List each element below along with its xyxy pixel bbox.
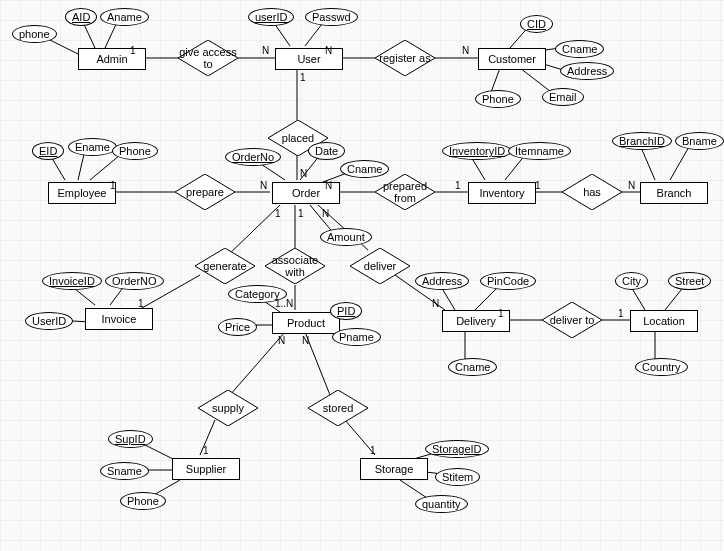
attr-date: Date <box>308 142 345 160</box>
attr-cname-cust: Cname <box>555 40 604 58</box>
card-label: 1 <box>455 180 461 191</box>
attr-cname-order: Cname <box>340 160 389 178</box>
attr-invoiceid: InvoiceID <box>42 272 102 290</box>
card-label: N <box>325 180 332 191</box>
entity-product: Product <box>272 312 340 334</box>
card-label: 1 <box>275 208 281 219</box>
attr-supid: SupID <box>108 430 153 448</box>
entity-employee: Employee <box>48 182 116 204</box>
card-label: 1 <box>370 445 376 456</box>
entity-inventory: Inventory <box>468 182 536 204</box>
attr-price: Price <box>218 318 257 336</box>
attr-storageid: StorageID <box>425 440 489 458</box>
card-label: N <box>260 180 267 191</box>
attr-country: Country <box>635 358 688 376</box>
rel-prepare: prepare <box>175 174 235 210</box>
entity-user: User <box>275 48 343 70</box>
card-label: 1 <box>130 45 136 56</box>
card-label: 1..N <box>275 298 293 309</box>
card-label: 1 <box>298 208 304 219</box>
attr-branchid: BranchID <box>612 132 672 150</box>
attr-pincode: PinCode <box>480 272 536 290</box>
card-label: N <box>322 208 329 219</box>
attr-street: Street <box>668 272 711 290</box>
attr-email: Email <box>542 88 584 106</box>
rel-give-access: give access to <box>178 40 238 76</box>
entity-invoice: Invoice <box>85 308 153 330</box>
card-label: N <box>325 45 332 56</box>
attr-phone-emp: Phone <box>112 142 158 160</box>
entity-supplier: Supplier <box>172 458 240 480</box>
attr-phone-cust: Phone <box>475 90 521 108</box>
attr-userid-inv: UserID <box>25 312 73 330</box>
card-label: N <box>262 45 269 56</box>
attr-address-cust: Address <box>560 62 614 80</box>
rel-deliver: deliver <box>350 248 410 284</box>
attr-city: City <box>615 272 648 290</box>
attr-phone-sup: Phone <box>120 492 166 510</box>
attr-pname: Pname <box>332 328 381 346</box>
attr-itemname: Itemname <box>508 142 571 160</box>
card-label: N <box>300 168 307 179</box>
attr-stitem: Stitem <box>435 468 480 486</box>
er-diagram-canvas: Admin User Customer Employee Order Inven… <box>0 0 724 551</box>
attr-userid: userID <box>248 8 294 26</box>
rel-generate: generate <box>195 248 255 284</box>
card-label: 1 <box>300 72 306 83</box>
entity-customer: Customer <box>478 48 546 70</box>
attr-sname: Sname <box>100 462 149 480</box>
attr-amount: Amount <box>320 228 372 246</box>
attr-ename: Ename <box>68 138 117 156</box>
card-label: 1 <box>138 298 144 309</box>
entity-location: Location <box>630 310 698 332</box>
attr-quantity: quantity <box>415 495 468 513</box>
rel-deliver-to: deliver to <box>542 302 602 338</box>
card-label: N <box>278 335 285 346</box>
attr-phone-admin: phone <box>12 25 57 43</box>
rel-has: has <box>562 174 622 210</box>
rel-associate: associate with <box>265 248 325 284</box>
attr-address-del: Address <box>415 272 469 290</box>
card-label: 1 <box>203 445 209 456</box>
card-label: 1 <box>535 180 541 191</box>
attr-aname: Aname <box>100 8 149 26</box>
attr-bname: Bname <box>675 132 724 150</box>
attr-passwd: Passwd <box>305 8 358 26</box>
card-label: 1 <box>618 308 624 319</box>
card-label: N <box>302 335 309 346</box>
attr-cid: CID <box>520 15 553 33</box>
rel-prepared-from: prepared from <box>375 174 435 210</box>
rel-stored: stored <box>308 390 368 426</box>
attr-orderno-inv: OrderNO <box>105 272 164 290</box>
attr-cname-del: Cname <box>448 358 497 376</box>
attr-inventoryid: InventoryID <box>442 142 512 160</box>
attr-orderno: OrderNo <box>225 148 281 166</box>
entity-branch: Branch <box>640 182 708 204</box>
card-label: N <box>462 45 469 56</box>
entity-storage: Storage <box>360 458 428 480</box>
card-label: N <box>432 298 439 309</box>
rel-supply: supply <box>198 390 258 426</box>
card-label: 1 <box>498 308 504 319</box>
rel-register-as: register as <box>375 40 435 76</box>
card-label: N <box>628 180 635 191</box>
card-label: 1 <box>110 180 116 191</box>
